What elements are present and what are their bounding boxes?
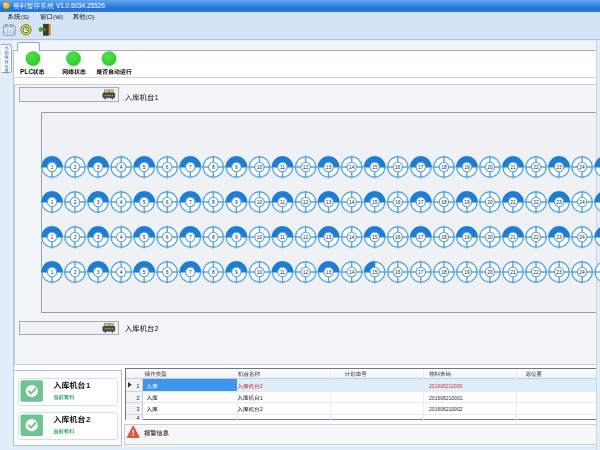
svg-text:2: 2: [74, 165, 77, 170]
svg-text:10: 10: [257, 165, 263, 170]
svg-text:24: 24: [579, 165, 585, 170]
svg-text:14: 14: [349, 270, 355, 275]
svg-text:8: 8: [212, 200, 215, 205]
svg-text:2: 2: [155, 325, 159, 332]
svg-text:6: 6: [166, 165, 169, 170]
svg-text:15: 15: [372, 165, 378, 170]
svg-text:7: 7: [189, 270, 192, 275]
svg-text:21: 21: [510, 270, 516, 275]
svg-text:2: 2: [260, 406, 263, 412]
svg-text:24: 24: [579, 200, 585, 205]
svg-text:13: 13: [326, 270, 332, 275]
svg-text:3: 3: [97, 270, 100, 275]
svg-text:16: 16: [395, 165, 401, 170]
svg-text:2: 2: [86, 415, 90, 424]
svg-text:1: 1: [260, 395, 263, 401]
svg-text:17: 17: [418, 270, 424, 275]
svg-text:8: 8: [212, 270, 215, 275]
svg-text:1: 1: [51, 235, 54, 240]
svg-text:1: 1: [51, 270, 54, 275]
svg-text:4: 4: [120, 270, 123, 275]
svg-text:201606210002: 201606210002: [429, 407, 463, 412]
svg-text:3: 3: [97, 165, 100, 170]
svg-text:15: 15: [372, 270, 378, 275]
svg-text:11: 11: [280, 165, 285, 170]
svg-text:17: 17: [418, 200, 424, 205]
svg-text:5: 5: [143, 200, 146, 205]
svg-text:18: 18: [441, 200, 447, 205]
svg-text:20: 20: [487, 270, 493, 275]
svg-text:22: 22: [533, 165, 539, 170]
svg-text:1: 1: [137, 383, 140, 389]
svg-text:2: 2: [137, 395, 140, 401]
svg-text:(W): (W): [53, 13, 63, 20]
svg-text:13: 13: [326, 235, 332, 240]
svg-text:23: 23: [556, 235, 562, 240]
svg-text:24: 24: [579, 235, 585, 240]
svg-text:2: 2: [74, 200, 77, 205]
svg-text:4: 4: [120, 200, 123, 205]
svg-text:13: 13: [326, 200, 332, 205]
svg-text:19: 19: [464, 270, 470, 275]
svg-text:7: 7: [189, 200, 192, 205]
svg-text:19: 19: [464, 235, 470, 240]
svg-text:19: 19: [464, 200, 470, 205]
svg-text:23: 23: [556, 165, 562, 170]
svg-text:24: 24: [579, 270, 585, 275]
svg-text:22: 22: [533, 235, 539, 240]
svg-text:4: 4: [137, 415, 140, 421]
svg-text:9: 9: [235, 235, 238, 240]
svg-text:6: 6: [166, 270, 169, 275]
svg-text:V1.0.6034.25526: V1.0.6034.25526: [56, 2, 105, 9]
svg-text:15: 15: [372, 200, 378, 205]
svg-text:2: 2: [260, 383, 263, 389]
svg-text:1: 1: [51, 165, 54, 170]
svg-text:4: 4: [120, 165, 123, 170]
svg-text:15: 15: [372, 235, 378, 240]
svg-text:23: 23: [556, 200, 562, 205]
svg-text:1: 1: [86, 381, 91, 390]
svg-text:22: 22: [533, 270, 539, 275]
svg-text:1: 1: [155, 94, 159, 101]
svg-text:12: 12: [303, 235, 309, 240]
svg-text:(S): (S): [21, 13, 29, 20]
svg-text:10: 10: [257, 270, 263, 275]
svg-text:20: 20: [487, 235, 493, 240]
svg-text:PLC: PLC: [20, 68, 33, 75]
svg-text:17: 17: [418, 165, 424, 170]
svg-text:14: 14: [349, 200, 355, 205]
svg-text:12: 12: [303, 270, 309, 275]
svg-text:16: 16: [395, 200, 401, 205]
svg-text:18: 18: [441, 235, 447, 240]
svg-text:21: 21: [510, 235, 516, 240]
svg-text:23: 23: [556, 270, 562, 275]
svg-text:11: 11: [280, 200, 285, 205]
svg-text:9: 9: [235, 165, 238, 170]
svg-text:16: 16: [395, 235, 401, 240]
svg-text:22: 22: [533, 200, 539, 205]
svg-text:9: 9: [235, 200, 238, 205]
svg-text:12: 12: [303, 200, 309, 205]
svg-text:14: 14: [349, 235, 355, 240]
svg-text:6: 6: [166, 200, 169, 205]
svg-text:20: 20: [487, 200, 493, 205]
svg-text:3: 3: [97, 200, 100, 205]
svg-text:12: 12: [303, 165, 309, 170]
svg-text:2: 2: [74, 270, 77, 275]
svg-text:9: 9: [235, 270, 238, 275]
svg-text:10: 10: [257, 200, 263, 205]
svg-text:10: 10: [257, 235, 263, 240]
svg-text:18: 18: [441, 270, 447, 275]
svg-text:18: 18: [441, 165, 447, 170]
svg-text:5: 5: [143, 235, 146, 240]
svg-text:11: 11: [280, 270, 285, 275]
svg-text:17: 17: [418, 235, 424, 240]
svg-text:7: 7: [189, 165, 192, 170]
svg-text:8: 8: [212, 235, 215, 240]
svg-text:13: 13: [326, 165, 332, 170]
svg-text:19: 19: [464, 165, 470, 170]
svg-text:8: 8: [212, 165, 215, 170]
svg-text:(O): (O): [86, 13, 95, 20]
svg-text:201606210001: 201606210001: [429, 396, 463, 401]
svg-text:7: 7: [189, 235, 192, 240]
